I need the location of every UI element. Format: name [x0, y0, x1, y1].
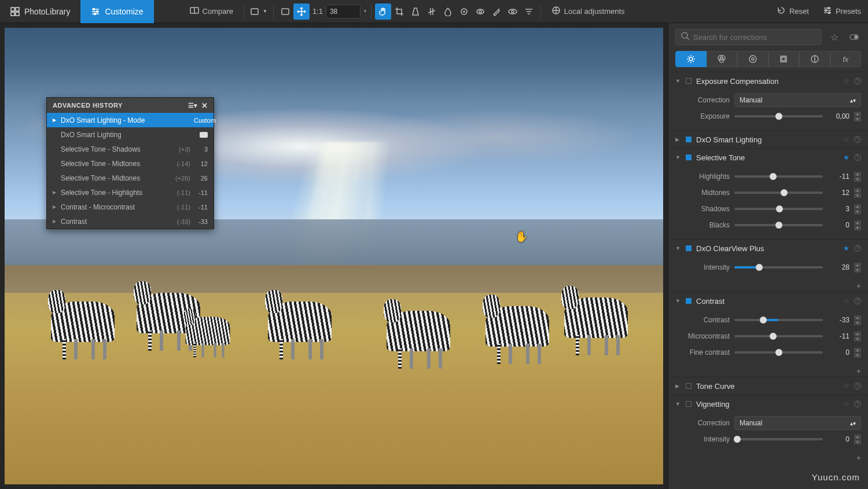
highlights-value: -11	[827, 172, 849, 181]
reset-button[interactable]: Reset	[770, 3, 816, 20]
shadows-slider[interactable]	[734, 208, 823, 210]
exposure-section-header[interactable]: ▼ Exposure Compensation ☆ ?	[668, 72, 868, 90]
history-item[interactable]: ▶Selective Tone - Highlights(-11)-11	[47, 185, 214, 200]
star-icon[interactable]: ☆	[843, 400, 849, 408]
contrast-stepper[interactable]: ▴▾	[854, 315, 861, 325]
history-header[interactable]: ADVANCED HISTORY ☰▾ ✕	[47, 98, 214, 113]
micro-stepper[interactable]: ▴▾	[854, 332, 861, 341]
help-icon[interactable]: ?	[854, 383, 861, 389]
blacks-slider[interactable]	[734, 224, 823, 226]
history-item[interactable]: ▶Contrast - Microcontrast(-11)-11	[47, 200, 214, 214]
history-item[interactable]: Selective Tone - Midtones(-14)12	[47, 156, 214, 171]
exposure-correction-select[interactable]: Manual▴▾	[734, 93, 861, 107]
effects-tab[interactable]: fx	[830, 51, 862, 67]
history-menu-icon[interactable]: ☰▾	[188, 102, 198, 109]
crop-tool[interactable]	[391, 3, 407, 20]
cv-intensity-stepper[interactable]: ▴▾	[854, 263, 861, 273]
help-icon[interactable]: ?	[854, 136, 861, 143]
add-button[interactable]: +	[668, 453, 868, 464]
highlights-slider[interactable]	[734, 175, 823, 178]
star-icon[interactable]: ☆	[843, 297, 849, 305]
help-icon[interactable]: ?	[854, 400, 861, 407]
spot-tool[interactable]	[456, 3, 472, 20]
star-icon[interactable]: ★	[843, 153, 849, 161]
blacks-stepper[interactable]: ▴▾	[854, 220, 861, 230]
add-button[interactable]: +	[668, 366, 868, 377]
whitebalance-tool[interactable]	[440, 3, 456, 20]
favorite-filter-icon[interactable]: ☆	[827, 30, 841, 44]
geometry-tab[interactable]	[768, 51, 800, 67]
cv-intensity-slider[interactable]	[734, 266, 823, 269]
selective-tone-header[interactable]: ▼ Selective Tone ★ ?	[668, 149, 868, 166]
light-tab[interactable]	[675, 51, 707, 67]
move-tool-button[interactable]	[293, 3, 310, 20]
detail-tab[interactable]	[737, 51, 768, 67]
color-tab[interactable]	[707, 51, 738, 67]
close-icon[interactable]: ✕	[201, 101, 208, 110]
zoom-ratio-button[interactable]: 1:1	[310, 3, 326, 20]
help-icon[interactable]: ?	[854, 154, 861, 161]
history-item[interactable]: ▶DxO Smart Lighting - ModeCustom	[47, 113, 214, 127]
redeye-tool[interactable]	[472, 3, 488, 20]
compare-button[interactable]: Compare	[183, 3, 240, 20]
layout-dropdown[interactable]: ▼	[248, 3, 270, 20]
preview-tool[interactable]	[505, 3, 521, 20]
help-icon[interactable]: ?	[854, 297, 861, 304]
contrast-checkbox[interactable]	[686, 298, 692, 304]
repair-tool[interactable]	[488, 3, 505, 20]
filter-tool[interactable]	[521, 3, 537, 20]
star-icon[interactable]: ☆	[843, 382, 849, 390]
contrast-slider[interactable]	[734, 319, 823, 321]
add-button[interactable]: +	[668, 281, 868, 292]
sliders-icon	[91, 7, 100, 16]
exposure-checkbox[interactable]	[686, 78, 692, 84]
star-icon[interactable]: ☆	[843, 135, 849, 144]
hand-tool[interactable]	[375, 3, 391, 20]
highlights-stepper[interactable]: ▴▾	[854, 172, 861, 182]
history-item[interactable]: Selective Tone - Midtones(+26)26	[47, 171, 214, 185]
vig-correction-select[interactable]: Manual▴▾	[734, 416, 861, 430]
tonecurve-header[interactable]: ▶ Tone Curve ☆ ?	[668, 377, 868, 395]
perspective-tool[interactable]	[407, 3, 424, 20]
zoom-input[interactable]	[326, 5, 361, 19]
customize-tab[interactable]: Customize	[80, 0, 153, 23]
vig-intensity-stepper[interactable]: ▴▾	[854, 435, 861, 444]
photolibrary-tab[interactable]: PhotoLibrary	[0, 0, 80, 23]
clearview-header[interactable]: ▼ DxO ClearView Plus ★ ?	[668, 240, 868, 257]
history-item[interactable]: Selective Tone - Shadows(+3)3	[47, 142, 214, 156]
vignetting-header[interactable]: ▼ Vignetting ☆ ?	[668, 395, 868, 413]
presets-button[interactable]: Presets	[816, 3, 868, 20]
search-corrections-input[interactable]	[675, 29, 822, 45]
clearview-checkbox[interactable]	[686, 245, 692, 251]
exposure-stepper[interactable]: ▴▾	[854, 112, 861, 122]
canvas-area[interactable]: ✋ ADVANCED HISTORY ☰▾ ✕ ▶DxO Smart Light…	[0, 23, 668, 489]
svg-rect-12	[251, 9, 258, 14]
exposure-slider[interactable]	[734, 115, 823, 117]
selective-tone-checkbox[interactable]	[686, 155, 692, 160]
smart-lighting-checkbox[interactable]	[686, 137, 692, 142]
micro-slider[interactable]	[734, 335, 823, 337]
blacks-value: 0	[827, 221, 849, 229]
selective-tone-title: Selective Tone	[696, 153, 838, 162]
horizon-tool[interactable]	[424, 3, 440, 20]
local-adjustments-button[interactable]: Local adjustments	[545, 3, 632, 20]
star-icon[interactable]: ☆	[843, 77, 849, 85]
smart-lighting-header[interactable]: ▶ DxO Smart Lighting ☆ ?	[668, 131, 868, 148]
star-icon[interactable]: ★	[843, 244, 849, 252]
fine-slider[interactable]	[734, 351, 823, 354]
history-item[interactable]: ▶Contrast(-33)-33	[47, 214, 214, 229]
fine-stepper[interactable]: ▴▾	[854, 348, 861, 358]
contrast-header[interactable]: ▼ Contrast ☆ ?	[668, 292, 868, 310]
midtones-slider[interactable]	[734, 192, 823, 194]
help-icon[interactable]: ?	[854, 245, 861, 252]
shadows-stepper[interactable]: ▴▾	[854, 204, 861, 214]
vignetting-checkbox[interactable]	[686, 401, 692, 407]
local-tab[interactable]	[799, 51, 830, 67]
vig-intensity-slider[interactable]	[734, 438, 823, 440]
tonecurve-checkbox[interactable]	[686, 383, 692, 389]
fit-button[interactable]	[277, 3, 293, 20]
toggle-switch-icon[interactable]	[847, 30, 861, 44]
midtones-stepper[interactable]: ▴▾	[854, 188, 861, 198]
help-icon[interactable]: ?	[854, 78, 861, 84]
history-item[interactable]: DxO Smart Lighting	[47, 127, 214, 142]
